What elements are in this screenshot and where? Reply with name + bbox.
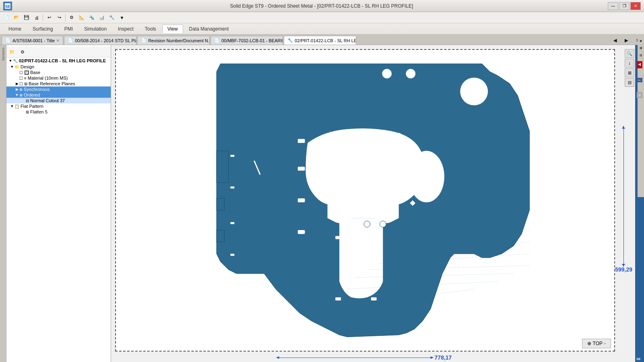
tree-icon-base: ☐ [19,70,23,75]
tree-icon-base2: 🔲 [24,70,29,75]
toolbar-icon-3[interactable]: 🔩 [87,13,97,22]
toolbar-icon-4[interactable]: 📊 [97,13,107,22]
tree-label-design: Design [21,64,34,69]
dimension-horizontal: 778,17 [279,354,452,361]
tree-item-flatten5[interactable]: ▶ ⊞ Flatten 5 [6,109,111,115]
tree-expand-root[interactable]: ▼ [8,58,13,63]
tree-icon-flatten: ⊞ [26,110,29,114]
tree-icon-ordered: ⊕ [19,93,23,97]
tree-icon-material: ☐ [19,76,23,80]
svg-point-6 [382,69,392,78]
tab-home[interactable]: Home [3,25,27,33]
close-button[interactable]: ✕ [630,2,641,10]
tree-item-synchronous[interactable]: ▶ ⊕ Synchronous [6,86,111,92]
viewport-tool-1[interactable]: 🔍 [625,49,634,58]
viewport[interactable]: 599,29 778,17 ⊕ TOP - 🔍 ↕ ⊞ ⊟ [111,45,635,362]
tree-expand-flatpattern[interactable]: ▼ [10,104,14,109]
toolbar-icon-1[interactable]: ⚙ [67,13,76,22]
minimize-button[interactable]: — [608,2,618,10]
tree-icon-refplanes2: ⊞ [24,82,27,86]
viewport-tool-3[interactable]: ⊞ [625,68,634,77]
tree-item-flatpattern[interactable]: ▼ 📋 Flat Pattern [6,103,111,109]
tab-simulation[interactable]: Simulation [79,25,112,33]
open-button[interactable]: 📂 [12,13,21,22]
tree-item-design[interactable]: ▼ 📁 Design [6,64,111,70]
doc-tab-0[interactable]: 📄 A/ST6SM-0001 - Title ✕ [2,36,63,45]
svg-point-5 [409,151,444,202]
svg-rect-17 [335,297,341,300]
tab-surfacing[interactable]: Surfacing [27,25,58,33]
tree-item-base[interactable]: ▶ ☐ 🔲 Base [6,70,111,75]
drawing-area: 599,29 778,17 [115,49,615,352]
doc-tab-label-0: A/ST6SM-0001 - Title [12,38,55,43]
restore-button[interactable]: ❐ [619,2,630,10]
tree-label-root: 02/PRT-01422-LCB - SL RH LEG PROFILE [19,58,106,63]
tree-icon-material2: ≡ [24,76,27,80]
window-title: Solid Edge ST9 - Ordered Sheet Metal - [… [35,3,608,9]
doc-tab-icon-0: 📄 [5,38,11,43]
svg-rect-4 [217,230,225,242]
doc-tab-icon-3: 📄 [214,38,220,43]
tab-scroll-right[interactable]: ▶ [621,36,631,45]
tree-item-cutout37[interactable]: ▶ ⊟ Normal Cutout 37 [6,98,111,103]
toolbar-dropdown[interactable]: ▼ [117,13,127,22]
undo-button[interactable]: ↩ [44,13,54,22]
viewport-tools: 🔍 ↕ ⊞ ⊟ [625,49,634,87]
tree-label-material: Material (10mm MS) [28,76,68,80]
doc-tab-2[interactable]: 📄 Revision Number/Document N... ✕ [137,36,210,45]
dimension-horizontal-value: 778,17 [435,354,452,361]
tree-collapse-btn[interactable]: 📁 [7,47,17,56]
tab-datamgmt[interactable]: Data Management [184,25,234,33]
doc-tab-3[interactable]: 📄 00/MBF-7032-LCB-01 - BEARIN... ✕ [211,36,283,45]
tree-label-refplanes: Base Reference Planes [29,81,75,86]
tab-scroll-left[interactable]: ◀ [610,36,620,45]
view-label-text: TOP [593,341,603,346]
feature-tree-panel: 📁 ⚙ ▼ 🔧 02/PRT-01422-LCB - SL RH LEG PRO… [6,45,111,362]
tree-item-ordered[interactable]: ▼ ⊕ Ordered [6,92,111,98]
save-button[interactable]: 💾 [22,13,31,22]
doc-tab-close-0[interactable]: ✕ [56,39,60,43]
view-label-dash: - [604,341,606,346]
viewport-tool-4[interactable]: ⊟ [625,78,634,87]
new-button[interactable]: 📄 [2,13,11,22]
tab-inspect[interactable]: Inspect [113,25,139,33]
social-icon-3[interactable]: in [637,92,642,98]
tree-icon-sync: ⊕ [19,87,23,92]
tree-expand-sync[interactable]: ▶ [14,87,19,92]
youtube-button[interactable]: ▶ [637,61,642,68]
dimension-vertical-value: 599,29 [615,266,632,273]
viewport-tool-2[interactable]: ↕ [625,59,634,68]
solid-edge-logo-icon: SE [636,354,644,362]
left-panel-sensors[interactable]: Sensors [0,47,6,62]
svg-point-7 [406,69,415,78]
svg-point-36 [364,221,370,227]
tree-label-cutout: Normal Cutout 37 [30,98,65,103]
svg-rect-22 [230,222,234,224]
tab-tools[interactable]: Tools [140,25,161,33]
redo-button[interactable]: ↪ [54,13,64,22]
doc-tab-icon-2: 📄 [141,38,147,43]
toolbar-icon-5[interactable]: 🔧 [107,13,117,22]
svg-rect-9 [298,139,305,143]
tree-icon-cutout: ⊟ [26,99,29,103]
doc-tab-label-1: 00/508-2014 - 2014 STD SL Plant... [75,38,136,43]
facebook-button[interactable]: f [637,78,642,82]
toolbar-icon-2[interactable]: 📐 [77,13,87,22]
doc-tab-4[interactable]: 🔧 02/PRT-01422-LCB - SL RH LEG ... ✕ [284,36,356,45]
tree-item-material[interactable]: ▶ ☐ ≡ Material (10mm MS) [6,75,111,81]
tree-settings-btn[interactable]: ⚙ [18,47,27,56]
tree-root[interactable]: ▼ 🔧 02/PRT-01422-LCB - SL RH LEG PROFILE [6,58,111,64]
svg-rect-15 [335,236,341,239]
tree-expand-design[interactable]: ▼ [10,64,14,69]
doc-tab-1[interactable]: 📄 00/508-2014 - 2014 STD SL Plant... ✕ [64,36,136,45]
doc-tab-icon-4: 🔧 [287,38,293,43]
svg-rect-20 [230,155,234,157]
tree-expand-ordered[interactable]: ▼ [14,93,19,97]
print-button[interactable]: 🖨 [32,13,41,22]
document-tabs-bar: 📄 A/ST6SM-0001 - Title ✕ 📄 00/508-2014 -… [0,35,644,45]
tab-pmi[interactable]: PMI [59,25,78,33]
tree-expand-refplanes[interactable]: ▶ [14,81,19,86]
tab-view[interactable]: View [162,25,183,33]
doc-tab-label-2: Revision Number/Document N... [148,38,210,43]
tree-item-refplanes[interactable]: ▶ ☐ ⊞ Base Reference Planes [6,81,111,86]
